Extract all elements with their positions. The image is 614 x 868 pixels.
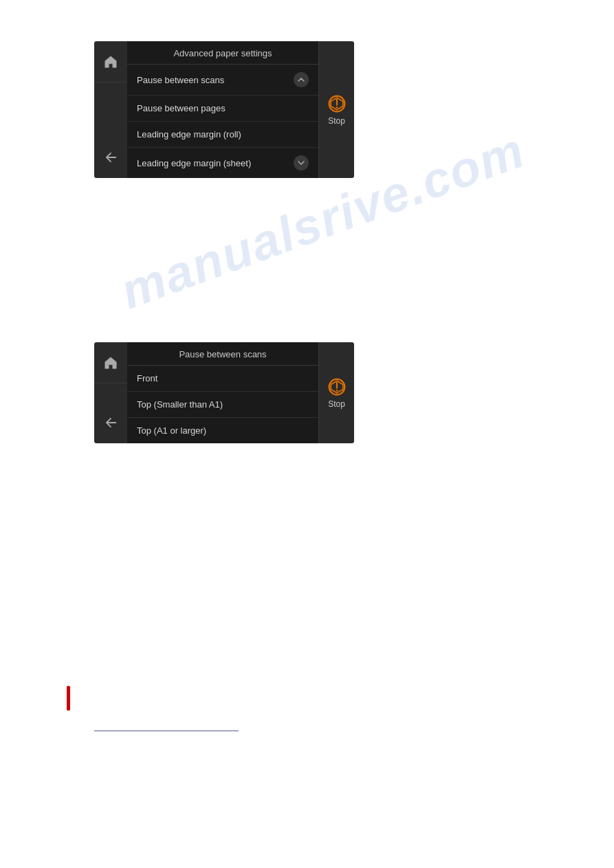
menu-item-leading-sheet-label: Leading edge margin (sheet) <box>137 158 251 168</box>
menu-item-leading-roll-label: Leading edge margin (roll) <box>137 129 241 140</box>
home-icon-top <box>103 54 118 69</box>
menu-item-leading-sheet[interactable]: Leading edge margin (sheet) <box>127 148 318 178</box>
chevron-up-pause-scans <box>294 72 309 87</box>
home-button-bottom[interactable] <box>94 342 127 383</box>
stop-icon-bottom <box>327 377 347 397</box>
menu-item-pause-scans[interactable]: Pause between scans <box>127 65 318 96</box>
panel-top-container: Advanced paper settings Pause between sc… <box>94 41 354 178</box>
panel-top-content: Advanced paper settings Pause between sc… <box>127 41 318 178</box>
red-accent-bar <box>67 686 70 711</box>
menu-item-pause-pages[interactable]: Pause between pages <box>127 96 318 122</box>
back-icon-bottom <box>103 415 118 430</box>
back-button-bottom[interactable] <box>94 402 127 443</box>
stop-label-bottom: Stop <box>328 399 345 409</box>
menu-item-front-label: Front <box>137 373 157 383</box>
menu-item-pause-scans-label: Pause between scans <box>137 75 224 85</box>
chevron-down-icon <box>297 159 305 167</box>
back-icon-top <box>103 150 118 165</box>
menu-item-top-larger-label: Top (A1 or larger) <box>137 425 206 436</box>
panel-bottom-container: Pause between scans Front Top (Smaller t… <box>94 342 354 443</box>
panel-top: Advanced paper settings Pause between sc… <box>94 41 354 178</box>
home-icon-bottom <box>103 355 118 370</box>
panel-bottom-sidebar <box>94 342 127 443</box>
menu-item-top-larger[interactable]: Top (A1 or larger) <box>127 418 318 443</box>
stop-icon-top <box>327 94 347 113</box>
stop-button-top[interactable]: Stop <box>318 41 354 178</box>
panel-bottom: Pause between scans Front Top (Smaller t… <box>94 342 354 443</box>
panel-top-sidebar <box>94 41 127 178</box>
panel-top-title: Advanced paper settings <box>127 41 318 65</box>
panel-bottom-title: Pause between scans <box>127 342 318 366</box>
stop-button-bottom[interactable]: Stop <box>318 342 354 443</box>
back-button-top[interactable] <box>94 137 127 178</box>
home-button-top[interactable] <box>94 41 127 82</box>
menu-item-front[interactable]: Front <box>127 366 318 392</box>
panel-bottom-content: Pause between scans Front Top (Smaller t… <box>127 342 318 443</box>
menu-item-pause-pages-label: Pause between pages <box>137 103 226 113</box>
chevron-up-icon <box>297 76 305 84</box>
stop-label-top: Stop <box>328 116 345 126</box>
chevron-down-leading-sheet <box>294 155 309 170</box>
menu-item-top-smaller[interactable]: Top (Smaller than A1) <box>127 392 318 418</box>
svg-point-3 <box>336 106 338 108</box>
bottom-link-underline <box>94 731 239 731</box>
menu-item-top-smaller-label: Top (Smaller than A1) <box>137 399 223 410</box>
svg-point-7 <box>336 389 338 391</box>
menu-item-leading-roll[interactable]: Leading edge margin (roll) <box>127 122 318 148</box>
